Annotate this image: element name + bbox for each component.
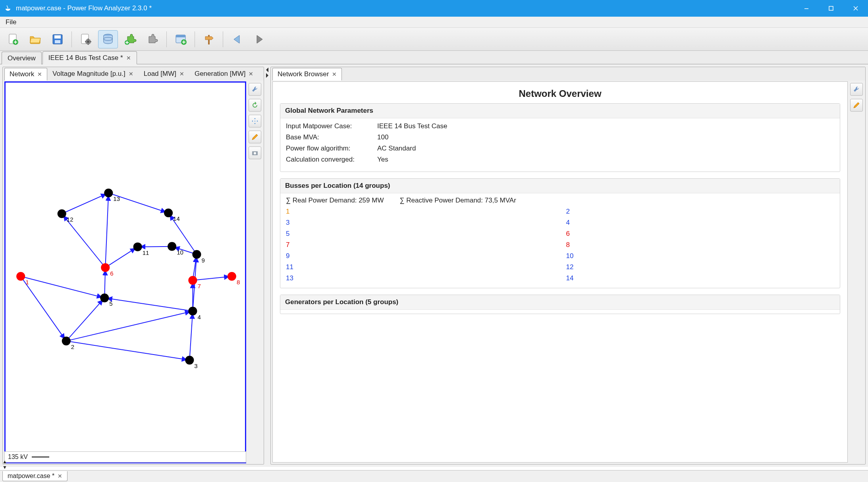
bus-node-2[interactable] — [62, 337, 71, 345]
bus-node-5[interactable] — [100, 293, 109, 302]
bus-node-13[interactable] — [104, 189, 113, 197]
camera-icon[interactable] — [249, 147, 261, 159]
close-icon[interactable]: ✕ — [179, 71, 184, 77]
tab-overview[interactable]: Overview — [2, 52, 42, 64]
bus-node-10[interactable] — [168, 242, 176, 251]
footer-tab-matpower[interactable]: matpower.case * ✕ — [2, 471, 68, 481]
database-button[interactable] — [98, 30, 118, 48]
run-script-button[interactable] — [76, 30, 96, 48]
edge-7-8[interactable] — [193, 276, 231, 280]
bus-link-11[interactable]: 11 — [286, 263, 554, 271]
global-params-section: Global Network Parameters Input Matpower… — [280, 103, 840, 172]
new-file-button[interactable] — [3, 30, 23, 48]
toolbar-separator — [195, 31, 195, 47]
edge-2-4[interactable] — [66, 311, 193, 341]
legend: 135 kV — [4, 451, 246, 463]
pencil-icon[interactable] — [249, 131, 261, 143]
bus-node-4[interactable] — [188, 307, 197, 315]
splitter[interactable] — [266, 67, 269, 465]
edge-3-4[interactable] — [189, 311, 193, 360]
bus-label-11: 11 — [143, 249, 149, 256]
bus-link-10[interactable]: 10 — [566, 252, 835, 260]
bus-link-3[interactable]: 3 — [286, 219, 554, 227]
network-canvas[interactable]: 1234567891011121314 — [4, 81, 246, 463]
bus-node-12[interactable] — [58, 209, 66, 218]
open-folder-button[interactable] — [25, 30, 45, 48]
overview-title: Network Overview — [280, 88, 840, 99]
wrench-icon[interactable] — [850, 83, 863, 96]
footer-tabs: matpower.case * ✕ — [0, 470, 868, 482]
section-title: Global Network Parameters — [280, 104, 840, 118]
bus-node-7[interactable] — [188, 276, 197, 285]
inner-tab-generation[interactable]: Generation [MW] ✕ — [189, 67, 259, 80]
edge-6-13[interactable] — [105, 193, 108, 268]
save-button[interactable] — [48, 30, 68, 48]
bus-link-13[interactable]: 13 — [286, 274, 554, 282]
tab-label: IEEE 14 Bus Test Case * — [48, 54, 123, 62]
edge-5-6[interactable] — [104, 268, 105, 298]
busses-section: Busses per Location (14 groups) ∑ Real P… — [280, 178, 840, 288]
plugin-button[interactable] — [143, 30, 162, 48]
bus-node-8[interactable] — [228, 272, 236, 281]
svg-rect-1 — [829, 6, 833, 10]
edge-6-11[interactable] — [105, 247, 137, 268]
bus-node-1[interactable] — [16, 272, 25, 281]
bus-node-3[interactable] — [185, 356, 194, 364]
edge-2-3[interactable] — [66, 341, 190, 360]
bus-link-4[interactable]: 4 — [566, 219, 835, 227]
browser-body[interactable]: Network Overview Global Network Paramete… — [272, 81, 848, 463]
inner-tab-network-browser[interactable]: Network Browser ✕ — [272, 68, 342, 81]
bus-node-9[interactable] — [192, 250, 201, 259]
edge-2-5[interactable] — [66, 298, 104, 341]
nav-back-button[interactable] — [227, 30, 247, 48]
menu-file[interactable]: File — [2, 17, 20, 27]
close-icon[interactable]: ✕ — [332, 71, 337, 77]
inner-tab-load[interactable]: Load [MW] ✕ — [139, 67, 189, 80]
close-icon[interactable]: ✕ — [58, 473, 62, 479]
bus-node-14[interactable] — [164, 208, 173, 217]
bus-link-8[interactable]: 8 — [566, 241, 835, 249]
inner-tab-voltage[interactable]: Voltage Magnitude [p.u.] ✕ — [47, 67, 138, 80]
close-button[interactable] — [843, 0, 868, 17]
pencil-icon[interactable] — [850, 99, 863, 112]
edge-12-13[interactable] — [62, 193, 109, 214]
plugin-add-button[interactable] — [120, 30, 140, 48]
panel-add-button[interactable] — [171, 30, 191, 48]
svg-point-3 — [13, 39, 18, 45]
bus-link-1[interactable]: 1 — [286, 208, 554, 216]
move-icon[interactable] — [249, 115, 261, 127]
svg-point-11 — [104, 37, 112, 40]
bus-link-12[interactable]: 12 — [566, 263, 835, 271]
signpost-button[interactable] — [199, 30, 219, 48]
tab-ieee14[interactable]: IEEE 14 Bus Test Case * ✕ — [42, 51, 137, 64]
refresh-icon[interactable] — [249, 99, 261, 112]
nav-forward-button[interactable] — [249, 30, 269, 48]
minimize-button[interactable] — [794, 0, 819, 17]
window-titlebar: matpower.case - Power Flow Analyzer 2.3.… — [0, 0, 868, 17]
svg-point-12 — [125, 40, 129, 45]
bus-link-7[interactable]: 7 — [286, 241, 554, 249]
bus-label-9: 9 — [201, 257, 204, 264]
maximize-button[interactable] — [819, 0, 843, 17]
bus-label-4: 4 — [197, 314, 201, 320]
edge-4-5[interactable] — [104, 298, 193, 311]
inner-tab-network[interactable]: Network ✕ — [4, 68, 47, 81]
bus-link-14[interactable]: 14 — [566, 274, 835, 282]
bus-link-2[interactable]: 2 — [566, 208, 835, 216]
close-icon[interactable]: ✕ — [126, 55, 131, 61]
close-icon[interactable]: ✕ — [37, 71, 42, 77]
collapse-handle[interactable]: ▲▼ — [2, 459, 7, 470]
bus-node-6[interactable] — [101, 263, 110, 272]
edge-10-11[interactable] — [138, 247, 172, 247]
param-value: IEEE 14 Bus Test Case — [377, 122, 834, 130]
bus-link-9[interactable]: 9 — [286, 252, 554, 260]
bus-link-6[interactable]: 6 — [566, 230, 835, 238]
tab-label: matpower.case * — [8, 472, 54, 480]
bus-label-10: 10 — [177, 249, 183, 256]
close-icon[interactable]: ✕ — [249, 71, 253, 77]
toolbar-separator — [166, 31, 167, 47]
wrench-icon[interactable] — [249, 83, 261, 96]
bus-link-5[interactable]: 5 — [286, 230, 554, 238]
bus-node-11[interactable] — [133, 243, 142, 251]
close-icon[interactable]: ✕ — [129, 71, 133, 77]
